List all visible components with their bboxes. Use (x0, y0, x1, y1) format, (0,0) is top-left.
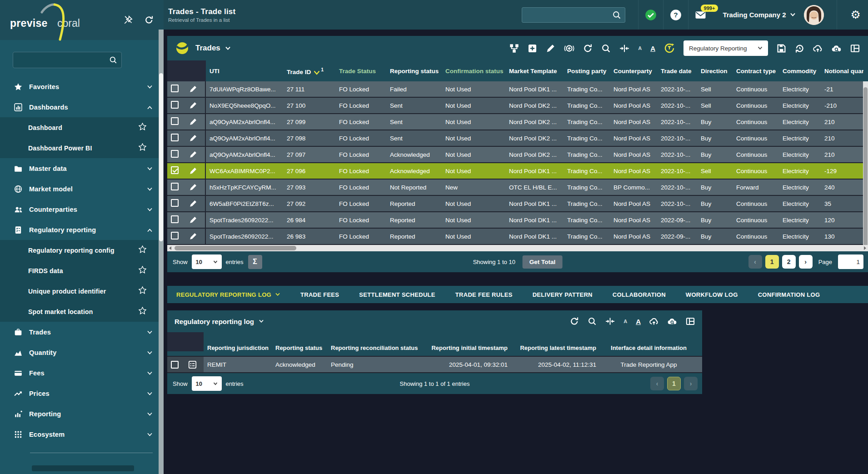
scroll-right-arrow[interactable] (862, 245, 868, 251)
sidebar-item-dashboards[interactable]: Dashboards (0, 97, 164, 117)
column-header-notional-quantity[interactable]: Notional quantity (821, 68, 863, 75)
edit-row-icon[interactable] (189, 200, 197, 208)
unpin-sidebar-button[interactable] (124, 15, 133, 25)
layout-columns-icon[interactable] (686, 317, 695, 326)
layout-columns-icon[interactable] (850, 44, 860, 53)
scroll-left-arrow[interactable] (167, 245, 174, 251)
system-status-button[interactable] (645, 9, 657, 21)
favorite-star-icon[interactable] (139, 286, 146, 296)
table-row[interactable]: WC6AxABIMRMC0P2... 27 096 FO Locked Ackn… (167, 163, 868, 180)
sum-button[interactable]: Σ (248, 255, 262, 269)
sidebar-item-favorites[interactable]: Favorites (0, 76, 164, 97)
next-page-button[interactable]: › (684, 377, 698, 390)
sidebar-scrollbar[interactable] (159, 30, 164, 474)
column-header-trade-id[interactable]: Trade ID1 (283, 67, 335, 75)
tab-regulatory-reporting-log[interactable]: REGULATORY REPORTING LOG (176, 291, 280, 298)
font-decrease-icon[interactable]: A (638, 45, 642, 51)
sidebar-item-master-data[interactable]: Master data (0, 158, 164, 179)
vertical-scrollbar[interactable] (863, 81, 868, 254)
add-related-icon[interactable] (564, 44, 574, 53)
previous-page-button[interactable]: ‹ (650, 377, 664, 390)
row-checkbox[interactable] (171, 361, 179, 369)
select-all-header[interactable] (167, 60, 185, 81)
log-table-row[interactable]: REMIT Acknowledged Pending 2025-04-01, 0… (167, 356, 702, 373)
tab-confirmation-log[interactable]: CONFIRMATION LOG (758, 291, 820, 298)
column-header-commodity[interactable]: Commodity (779, 68, 821, 75)
edit-row-icon[interactable] (189, 118, 197, 126)
save-icon[interactable] (777, 44, 786, 53)
column-header-market-template[interactable]: Market Template (505, 68, 564, 75)
table-row[interactable]: 6W5aBF0Pi2EtZ8T6z... 27 092 FO Locked Re… (167, 196, 868, 212)
column-header-trade-date[interactable]: Trade date (657, 68, 697, 75)
favorite-star-icon[interactable] (139, 266, 146, 275)
edit-row-icon[interactable] (189, 232, 197, 240)
scrollbar-thumb[interactable] (175, 246, 296, 250)
cloud-search-icon[interactable] (832, 44, 842, 53)
column-header-confirmation-status[interactable]: Confirmation status (442, 68, 505, 75)
sidebar-search-input[interactable] (17, 57, 109, 64)
row-checkbox[interactable] (171, 215, 179, 223)
column-header-reconciliation-status[interactable]: Reporting reconciliation status (327, 344, 423, 351)
row-checkbox[interactable] (171, 166, 179, 174)
cloud-upload-icon[interactable] (649, 317, 659, 326)
sidebar-item-quantity[interactable]: Quantity (0, 342, 164, 363)
favorite-star-icon[interactable] (139, 245, 146, 255)
edit-row-icon[interactable] (189, 183, 197, 191)
sidebar-item-counterparties[interactable]: Counterparties (0, 199, 164, 220)
sidebar-item-trades[interactable]: Trades (0, 322, 164, 342)
settings-button[interactable]: ⚙ (851, 9, 861, 20)
tab-collaboration[interactable]: COLLABORATION (613, 291, 666, 298)
sidebar-item-market-model[interactable]: Market model (0, 179, 164, 199)
scrollbar-thumb[interactable] (159, 73, 163, 241)
history-icon[interactable] (795, 44, 804, 53)
sidebar-item-prices[interactable]: Prices (0, 383, 164, 404)
sidebar-item-fees[interactable]: Fees (0, 363, 164, 383)
user-avatar[interactable] (804, 5, 824, 25)
font-increase-icon[interactable]: A (650, 45, 655, 52)
sidebar-item-dashboard[interactable]: Dashboard (0, 117, 164, 138)
cloud-search-icon[interactable] (668, 317, 677, 326)
column-header-latest-timestamp[interactable]: Reporting latest timestamp (511, 344, 600, 351)
fit-columns-icon[interactable] (619, 44, 629, 53)
edit-row-icon[interactable] (189, 216, 197, 224)
table-row[interactable]: aQ9OyAM2xAbrlOnfl4... 27 098 FO Locked S… (167, 130, 868, 147)
global-search-input[interactable] (526, 11, 612, 18)
refresh-icon[interactable] (570, 317, 579, 326)
sidebar-item-spot-market-location[interactable]: Spot market location (0, 301, 164, 322)
column-header-reporting-jurisdiction[interactable]: Reporting jurisdiction (204, 344, 272, 351)
sidebar-item-unique-product-identifier[interactable]: Unique product identifier (0, 281, 164, 301)
row-checkbox[interactable] (171, 150, 179, 158)
edit-row-icon[interactable] (189, 101, 197, 110)
edit-icon[interactable] (546, 44, 555, 53)
table-row[interactable]: aQ9OyAM2xAbrlOnfl4... 27 099 FO Locked S… (167, 114, 868, 130)
sidebar-item-regulatory-reporting[interactable]: Regulatory reporting (0, 220, 164, 240)
favorite-star-icon[interactable] (139, 307, 146, 316)
sidebar-item-dashboard-power-bi[interactable]: Dashboard Power BI (0, 138, 164, 158)
column-header-interface-detail[interactable]: Interface detail information (600, 344, 698, 351)
horizontal-scrollbar[interactable] (167, 245, 868, 251)
chevron-down-icon[interactable] (225, 46, 231, 50)
row-checkbox[interactable] (171, 199, 179, 207)
view-select[interactable]: Regulatory Reporting (683, 40, 768, 56)
next-page-button[interactable]: › (799, 255, 813, 269)
chevron-down-icon[interactable] (259, 319, 264, 323)
edit-row-icon[interactable] (189, 134, 197, 142)
tab-trade-fees[interactable]: TRADE FEES (300, 291, 339, 298)
column-header-contract-type[interactable]: Contract type (733, 68, 779, 75)
edit-row-icon[interactable] (189, 85, 197, 93)
sidebar-item-ecosystem[interactable]: Ecosystem (0, 424, 164, 444)
column-header-posting-party[interactable]: Posting party (564, 68, 610, 75)
notifications-button[interactable]: 999+ (695, 10, 706, 20)
page-2-button[interactable]: 2 (782, 255, 796, 269)
cloud-upload-icon[interactable] (813, 44, 823, 53)
row-checkbox[interactable] (171, 232, 179, 239)
table-row[interactable]: NoX9EQ5heee8QpqO... 27 100 FO Locked Sen… (167, 98, 868, 114)
sidebar-refresh-button[interactable] (145, 15, 154, 25)
help-button[interactable]: ? (670, 9, 682, 21)
table-row[interactable]: aQ9OyAM2xAbrlOnfl4... 27 097 FO Locked A… (167, 147, 868, 163)
favorite-star-icon[interactable] (139, 123, 146, 132)
hierarchy-icon[interactable] (509, 44, 519, 53)
table-row[interactable]: 7dUIAWPqRz8OBawe... 27 111 FO Locked Fai… (167, 81, 868, 98)
font-decrease-icon[interactable]: A (624, 319, 627, 324)
row-checkbox[interactable] (171, 117, 179, 125)
